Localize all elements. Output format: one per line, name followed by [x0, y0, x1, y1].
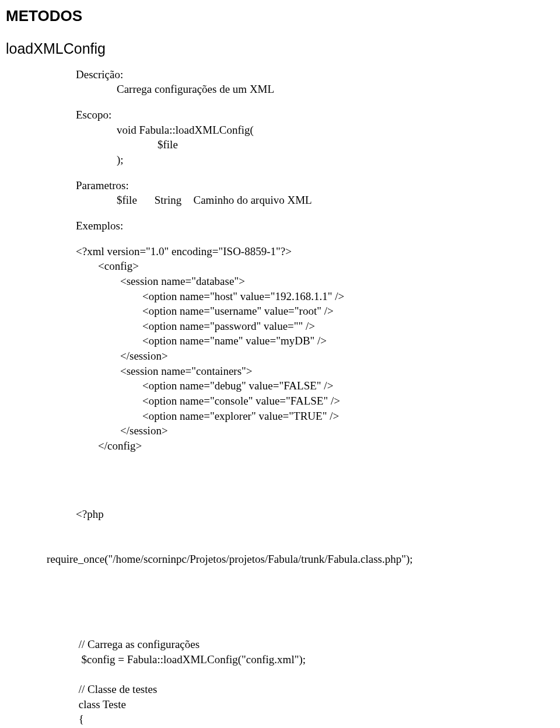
param-name: $file — [117, 193, 152, 208]
parametros-label: Parametros: — [76, 178, 548, 193]
exemplos-label: Exemplos: — [76, 218, 548, 234]
param-desc: Caminho do arquivo XML — [194, 194, 312, 206]
param-row: $file String Caminho do arquivo XML — [117, 193, 548, 208]
parametros-section: Parametros: $file String Caminho do arqu… — [76, 178, 548, 208]
php-example: <?php require_once("/home/scorninpc/Proj… — [76, 477, 548, 728]
php-open: <?php — [76, 507, 548, 522]
php-require: require_once("/home/scorninpc/Projetos/p… — [47, 552, 548, 567]
descricao-text: Carrega configurações de um XML — [117, 82, 548, 97]
escopo-section: Escopo: void Fabula::loadXMLConfig( $fil… — [76, 107, 548, 168]
escopo-line1: void Fabula::loadXMLConfig( — [117, 123, 548, 138]
escopo-line2: $file — [158, 137, 548, 152]
descricao-section: Descrição: Carrega configurações de um X… — [76, 67, 548, 97]
php-body: // Carrega as configurações $config = Fa… — [76, 637, 548, 728]
escopo-label: Escopo: — [76, 107, 548, 123]
escopo-line3: ); — [117, 152, 548, 168]
exemplos-section: Exemplos: — [76, 218, 548, 234]
xml-example: <?xml version="1.0" encoding="ISO-8859-1… — [76, 244, 548, 454]
method-name: loadXMLConfig — [6, 39, 548, 59]
descricao-label: Descrição: — [76, 67, 548, 82]
page-title: METODOS — [6, 6, 548, 26]
param-type: String — [155, 193, 191, 208]
